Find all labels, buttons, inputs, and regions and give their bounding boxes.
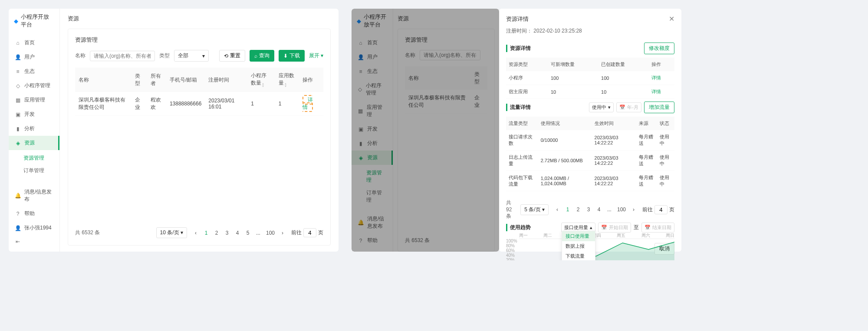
nav-resources[interactable]: ◈资源 [9,136,59,150]
th-actions: 操作 [299,68,323,92]
pg-next[interactable]: › [629,206,638,213]
dropdown-option[interactable]: 接口使用量 [562,231,595,241]
chart-icon: ▮ [15,126,21,132]
pg-page[interactable]: 4 [595,206,603,213]
nav-users[interactable]: 👤用户 [9,50,59,64]
sub-nav-orders[interactable]: 订单管理 [9,164,59,177]
pg-page[interactable]: 2 [212,229,221,237]
pg-page[interactable]: 100 [615,206,628,213]
detail-link[interactable]: 详情 [651,75,661,80]
pg-jump-input[interactable] [303,228,316,237]
edit-quota-button[interactable]: 修改额度 [644,43,674,54]
pg-page[interactable]: 4 [233,229,242,237]
search-icon: ⌕ [254,53,257,59]
trend-start-date[interactable]: 📅开始日期 [598,223,631,233]
nav-home[interactable]: ⌂首页 [9,36,59,50]
trend-to-label: 至 [634,224,639,231]
detail-link[interactable]: 详情 [302,95,313,112]
reset-button[interactable]: ⟲重置 [219,50,245,62]
pg-page[interactable]: 100 [264,229,276,237]
dropdown-option[interactable]: 数据上报 [562,241,595,251]
add-flow-button[interactable]: 增加流量 [644,102,674,113]
pg-ellipsis: ... [605,206,614,213]
card-title: 资源管理 [75,36,323,44]
nav-help[interactable]: ?帮助 [9,206,59,221]
flow-row: 接口请求次数0/100002023/03/03 14:22:22每月赠送使用中 [506,130,674,151]
meta-row: 注册时间： 2022-02-10 23:25:28 [506,27,674,35]
search-button[interactable]: ⌕查询 [250,50,274,62]
trend-metric-select[interactable]: 接口使用量 ▴ 接口使用量 数据上报 下载流量 [561,223,595,233]
nav-label: 开发 [24,111,35,118]
sub-nav: 资源管理 订单管理 [9,150,59,179]
pg-jump-input[interactable] [654,205,667,214]
chart-area [519,239,674,260]
pg-prev[interactable]: ‹ [553,206,562,213]
th-mini[interactable]: 小程序数量▴▾ [247,68,275,92]
pg-size-select[interactable]: 5 条/页 ▾ [520,204,549,215]
flow-date-picker[interactable]: 📅年-月 [616,102,641,112]
cell-owner: 程欢欢 [147,92,166,116]
close-button[interactable]: ✕ [669,15,674,23]
cell-mini: 1 [247,92,275,116]
cell: 每月赠送 [636,171,657,191]
nav-eco[interactable]: ≡生态 [9,64,59,79]
pg-jump-label: 前往 [642,206,653,213]
pg-total: 共 6532 条 [75,229,152,236]
nav-mini[interactable]: ◇小程序管理 [9,79,59,93]
pg-page[interactable]: 1 [202,229,210,237]
flow-section-hd: 流量详情 使用中 ▾ 📅年-月 增加流量 [506,102,674,113]
nav-collapse[interactable]: ⇤ [9,235,59,248]
pg-page[interactable]: 2 [574,206,582,213]
apps-icon: ▦ [15,97,21,103]
filter-name-input[interactable] [90,51,155,61]
pg-size-select[interactable]: 10 条/页 ▾ [156,227,187,238]
filter-type-select[interactable]: 全部▾ [174,50,209,62]
link-label: 展开 [309,52,319,59]
download-button[interactable]: ⬇下载 [279,50,305,62]
cell: 代码包下载流量 [506,171,538,191]
sub-nav-res-mgmt[interactable]: 资源管理 [9,152,59,164]
expand-link[interactable]: 展开 ▾ [309,52,323,59]
flow-filters: 使用中 ▾ 📅年-月 增加流量 [589,102,674,113]
flow-status-select[interactable]: 使用中 ▾ [589,102,614,112]
pg-prev[interactable]: ‹ [191,229,200,237]
reset-icon: ⟲ [224,53,228,59]
sort-icon: ▴▾ [285,82,286,88]
flow-row: 代码包下载流量1,024.00MB / 1,024.00MB2023/03/03… [506,171,674,191]
th-app[interactable]: 应用数量▴▾ [275,68,299,92]
nav-label: 消息/信息发布 [24,188,53,203]
cell: 接口请求次数 [506,130,538,151]
pg-page[interactable]: 3 [584,206,593,213]
sidebar-footer: 🔔消息/信息发布 ?帮助 👤张小强1994 ⇤ [9,181,59,252]
pg-page[interactable]: 1 [563,206,572,213]
nav-apps[interactable]: ▦应用管理 [9,93,59,107]
nav-label: 生态 [24,68,35,75]
cell: 宿主应用 [506,85,548,99]
resource-detail-drawer: 资源详情 ✕ 注册时间： 2022-02-10 23:25:28 资源详情 修改… [499,9,681,252]
detail-link[interactable]: 详情 [651,89,661,94]
calendar-icon: 📅 [601,225,607,230]
resource-table: 名称 类型 所有者 手机号/邮箱 注册时间 小程序数量▴▾ 应用数量▴▾ 操作 … [75,68,323,116]
trend-end-date[interactable]: 📅结束日期 [641,223,674,233]
pg-size-label: 10 条/页 [160,229,179,236]
nav-user[interactable]: 👤张小强1994 [9,221,59,235]
date-placeholder: 年-月 [627,104,638,111]
chart-x-axis: 周一周二周三周四周五周六周日 [519,233,674,239]
nav-msg[interactable]: 🔔消息/信息发布 [9,185,59,206]
cell: 使用中 [657,151,674,171]
pg-page[interactable]: 3 [223,229,231,237]
th-regtime: 注册时间 [205,68,247,92]
pg-next[interactable]: › [278,229,287,237]
cell: 2.72MB / 500.00MB [538,151,592,171]
pg-page[interactable]: 5 [243,229,252,237]
cell: 使用中 [657,171,674,191]
th: 已创建数量 [598,58,649,71]
logo: ◆ 小程序开放平台 [9,9,59,33]
dropdown-option[interactable]: 下载流量 [562,251,595,260]
flow-row: 日志上传流量2.72MB / 500.00MB2023/03/03 14:22:… [506,151,674,171]
nav-dev[interactable]: ▣开发 [9,107,59,121]
nav-analytics[interactable]: ▮分析 [9,121,59,136]
th: 使用情况 [538,117,592,130]
nav-label: 张小强1994 [24,224,52,232]
res-table: 资源类型 可新增数量 已创建数量 操作 小程序 100 100 详情 宿主应用 … [506,58,674,99]
